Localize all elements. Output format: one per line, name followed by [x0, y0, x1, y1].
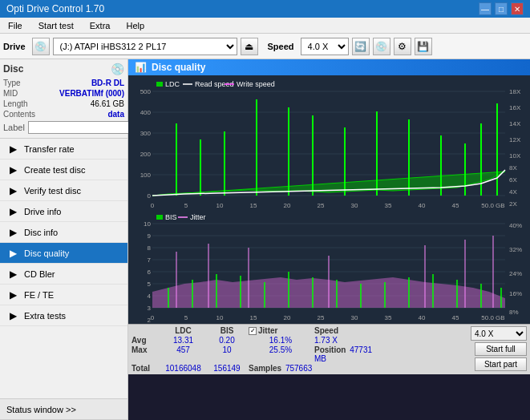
sidebar-item-drive-info[interactable]: ▶ Drive info [0, 201, 127, 222]
svg-text:35: 35 [385, 314, 392, 321]
stats-speed-position-area: Speed [314, 326, 378, 335]
stats-avg-speed: 1.73 X [314, 336, 378, 345]
disc-title: Disc [3, 63, 23, 75]
sidebar-item-fe-te[interactable]: ▶ FE / TE [0, 285, 127, 305]
transfer-rate-icon: ▶ [6, 143, 19, 155]
stats-samples-area: Samples 757663 [249, 364, 313, 373]
svg-text:40%: 40% [509, 222, 522, 229]
svg-text:20: 20 [284, 314, 291, 321]
svg-text:50.0 GB: 50.0 GB [481, 202, 504, 209]
svg-rect-47 [156, 82, 163, 87]
svg-text:3: 3 [148, 305, 152, 312]
stats-total-bis: 156149 [207, 364, 247, 373]
svg-text:25: 25 [318, 314, 325, 321]
sidebar-item-create-test-disc[interactable]: ▶ Create test disc [0, 160, 127, 180]
cd-bler-icon: ▶ [6, 269, 19, 280]
svg-text:30: 30 [351, 202, 358, 209]
save-button[interactable]: 💾 [415, 38, 432, 55]
svg-text:5: 5 [148, 281, 152, 288]
menu-start-test[interactable]: Start test [34, 19, 79, 32]
svg-text:0: 0 [151, 202, 155, 209]
disc-label-input[interactable] [28, 121, 135, 134]
svg-text:7: 7 [148, 256, 152, 264]
content-area: 📊 Disc quality 500 400 [128, 59, 530, 420]
minimize-button[interactable]: — [479, 2, 492, 15]
drive-label: Drive [3, 42, 26, 51]
stats-max-bis: 10 [207, 345, 247, 363]
stats-ldc-header: LDC [161, 326, 205, 335]
drive-icon-button[interactable]: 💿 [32, 38, 50, 55]
svg-text:16%: 16% [509, 290, 522, 297]
settings-button[interactable]: ⚙ [394, 38, 411, 55]
sidebar-item-verify-test-disc[interactable]: ▶ Verify test disc [0, 180, 127, 201]
svg-text:12X: 12X [509, 136, 521, 143]
nav-items: ▶ Transfer rate ▶ Create test disc ▶ Ver… [0, 139, 127, 398]
svg-text:500: 500 [140, 88, 152, 95]
svg-text:LDC: LDC [165, 80, 180, 88]
app-title: Opti Drive Control 1.70 [6, 3, 104, 14]
svg-text:25: 25 [318, 202, 325, 209]
svg-rect-110 [156, 215, 163, 220]
svg-text:6X: 6X [509, 176, 517, 184]
svg-text:32%: 32% [509, 246, 522, 253]
sidebar-item-cd-bler[interactable]: ▶ CD Bler [0, 264, 127, 285]
sidebar-item-extra-tests[interactable]: ▶ Extra tests [0, 305, 127, 326]
svg-text:35: 35 [385, 202, 392, 209]
create-test-disc-icon: ▶ [6, 164, 19, 176]
stats-total-label: Total [131, 364, 160, 373]
disc-button[interactable]: 💿 [373, 38, 390, 55]
svg-text:15: 15 [250, 202, 257, 209]
svg-text:8%: 8% [509, 309, 519, 316]
toolbar: Drive 💿 (J:) ATAPI iHBS312 2 PL17 ⏏ Spee… [0, 34, 530, 59]
svg-text:40: 40 [419, 202, 426, 209]
stats-samples-value: 757663 [285, 364, 312, 373]
stats-speed-select[interactable]: 4.0 X [471, 326, 527, 341]
svg-text:8: 8 [148, 244, 152, 252]
svg-text:8X: 8X [509, 164, 517, 172]
svg-text:10: 10 [216, 314, 224, 321]
title-bar: Opti Drive Control 1.70 — □ ✕ [0, 0, 530, 18]
disc-contents-label: Contents [3, 110, 35, 119]
stats-jitter-header: ✓ Jitter [249, 326, 313, 335]
sidebar-item-transfer-rate[interactable]: ▶ Transfer rate [0, 139, 127, 160]
svg-text:10: 10 [144, 220, 151, 228]
fe-te-icon: ▶ [6, 289, 19, 301]
svg-text:24%: 24% [509, 270, 522, 277]
eject-button[interactable]: ⏏ [241, 38, 258, 55]
status-window-label: Status window >> [6, 405, 76, 414]
jitter-checkbox[interactable]: ✓ [249, 327, 257, 335]
sidebar-item-disc-info[interactable]: ▶ Disc info [0, 222, 127, 243]
stats-max-ldc: 457 [161, 345, 205, 363]
disc-contents-value: data [107, 110, 124, 119]
status-window-button[interactable]: Status window >> [0, 399, 127, 420]
drive-select[interactable]: (J:) ATAPI iHBS312 2 PL17 [53, 38, 237, 55]
main-layout: Disc 💿 Type BD-R DL MID VERBATIMf (000) … [0, 59, 530, 420]
menu-extra[interactable]: Extra [85, 19, 115, 32]
menu-file[interactable]: File [3, 19, 27, 32]
stats-max-label: Max [131, 345, 160, 363]
svg-text:0: 0 [151, 314, 155, 321]
stats-avg-jitter: 16.1% [249, 336, 313, 345]
samples-label: Samples [249, 364, 281, 373]
speed-select[interactable]: 4.0 X [301, 38, 349, 55]
drive-info-label: Drive info [24, 207, 61, 216]
svg-text:50.0 GB: 50.0 GB [481, 314, 504, 321]
disc-section-icon: 💿 [111, 63, 124, 75]
maximize-button[interactable]: □ [495, 2, 508, 15]
stats-position-area: Position 47731 MB [314, 345, 378, 363]
svg-text:Jitter: Jitter [190, 213, 206, 221]
cd-bler-label: CD Bler [24, 269, 55, 279]
disc-length-value: 46.61 GB [91, 99, 124, 108]
start-part-button[interactable]: Start part [475, 357, 527, 371]
transfer-rate-label: Transfer rate [24, 144, 75, 154]
close-button[interactable]: ✕ [511, 2, 524, 15]
stats-empty-header [131, 326, 160, 335]
disc-quality-icon: ▶ [6, 248, 19, 259]
refresh-button[interactable]: 🔄 [352, 38, 370, 55]
start-full-button[interactable]: Start full [475, 342, 527, 356]
stats-avg-bis: 0.20 [207, 336, 247, 345]
menu-help[interactable]: Help [121, 19, 149, 32]
stats-total-ldc: 10166048 [161, 364, 205, 373]
disc-length-label: Length [3, 99, 28, 108]
sidebar-item-disc-quality[interactable]: ▶ Disc quality [0, 243, 127, 264]
